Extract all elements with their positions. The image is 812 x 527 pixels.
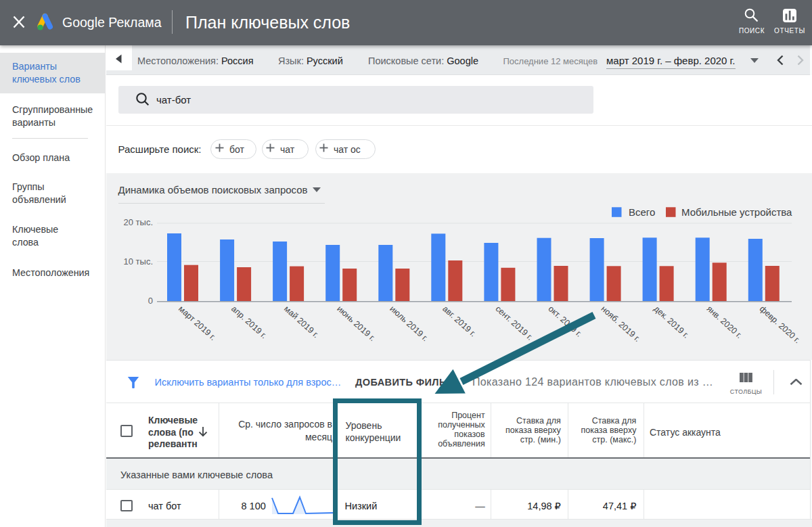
svg-text:июнь 2019 г.: июнь 2019 г. (335, 304, 377, 343)
svg-text:нояб. 2019 г.: нояб. 2019 г. (600, 304, 642, 344)
svg-text:Всего: Всего (629, 206, 655, 218)
svg-text:10 тыс.: 10 тыс. (124, 256, 153, 267)
svg-text:20 тыс.: 20 тыс. (124, 217, 153, 227)
svg-text:февр. 2020 г.: февр. 2020 г. (758, 304, 803, 345)
svg-text:авг. 2019 г.: авг. 2019 г. (441, 304, 478, 338)
svg-text:март 2019 г.: март 2019 г. (177, 304, 218, 342)
svg-text:окт. 2019 г.: окт. 2019 г. (546, 304, 583, 339)
svg-text:Мобильные устройства: Мобильные устройства (681, 206, 792, 218)
svg-text:янв. 2020 г.: янв. 2020 г. (705, 304, 744, 340)
svg-text:0: 0 (148, 296, 153, 306)
svg-text:май 2019 г.: май 2019 г. (282, 304, 321, 340)
svg-text:дек. 2019 г.: дек. 2019 г. (652, 304, 691, 340)
svg-text:сент. 2019 г.: сент. 2019 г. (493, 304, 535, 342)
svg-text:июль 2019 г.: июль 2019 г. (388, 304, 430, 343)
svg-text:апр. 2019 г.: апр. 2019 г. (229, 304, 269, 340)
